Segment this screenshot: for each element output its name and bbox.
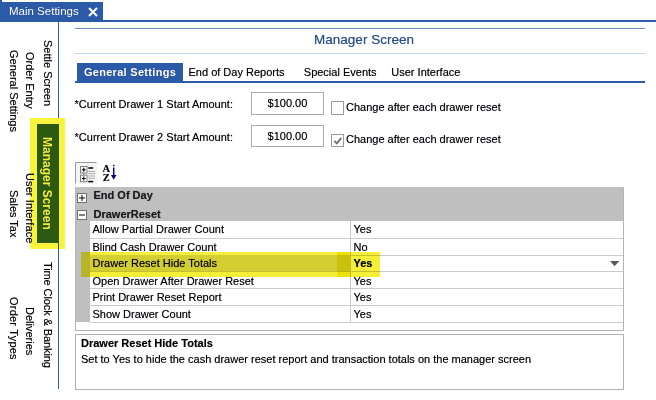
- svg-text:Z: Z: [102, 172, 109, 182]
